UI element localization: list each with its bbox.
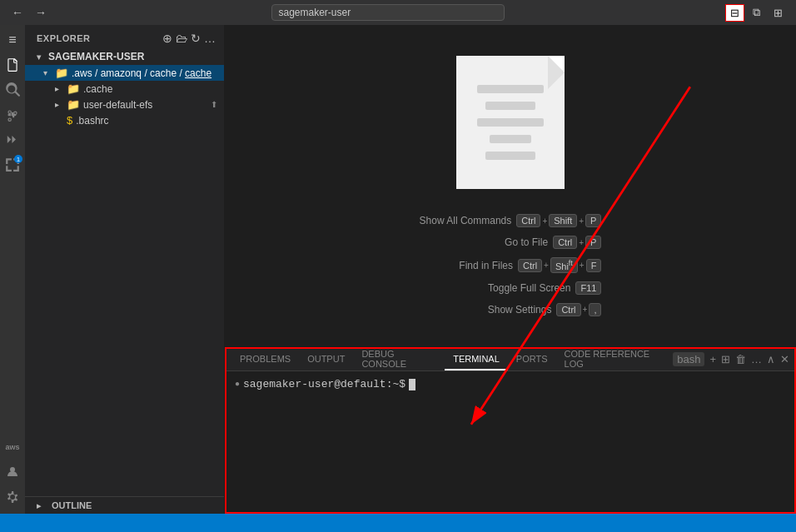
- delete-terminal-icon[interactable]: 🗑: [735, 353, 746, 365]
- shortcut-label-fullscreen: Toggle Full Screen: [488, 282, 570, 294]
- terminal-line-1: ● sagemaker-user@default:~$: [235, 378, 786, 390]
- shortcut-label-find: Find in Files: [459, 260, 513, 271]
- nav-forward-button[interactable]: →: [32, 4, 50, 21]
- layout-button[interactable]: ⊟: [725, 4, 744, 22]
- tree-root[interactable]: ▾ SAGEMAKER-USER: [25, 48, 224, 65]
- shortcut-settings: Show Settings Ctrl + ,: [488, 303, 602, 316]
- shortcut-goto-file: Go to File Ctrl + P: [505, 236, 601, 249]
- title-bar: ← → ⊟ ⧉ ⊞: [0, 0, 796, 25]
- panel-actions: bash + ⊞ 🗑 … ∧ ✕: [673, 352, 789, 366]
- tab-output[interactable]: OUTPUT: [299, 348, 353, 370]
- shortcut-label-settings: Show Settings: [488, 304, 552, 316]
- tab-ports[interactable]: PORTS: [508, 348, 556, 370]
- terminal-dot: ●: [235, 380, 240, 389]
- activity-bar-bottom: aws: [1, 435, 24, 514]
- run-debug-icon[interactable]: [1, 128, 24, 152]
- nav-back-button[interactable]: ←: [8, 4, 27, 21]
- terminal-prompt: sagemaker-user@default:~$: [243, 378, 405, 390]
- panel-area: PROBLEMS OUTPUT DEBUG CONSOLE TERMINAL P…: [225, 347, 796, 514]
- tree-item-user-default[interactable]: ▸ 📁 user-default-efs ⬆: [25, 97, 224, 112]
- panel-tabs: PROBLEMS OUTPUT DEBUG CONSOLE TERMINAL P…: [225, 348, 796, 371]
- account-icon[interactable]: [1, 460, 24, 484]
- notification-badge: 1: [14, 155, 22, 163]
- shortcut-fullscreen: Toggle Full Screen F11: [488, 281, 601, 295]
- new-terminal-icon[interactable]: +: [709, 353, 716, 365]
- shortcut-show-all: Show All Commands Ctrl + Shift + P: [420, 214, 602, 227]
- collapse-icon[interactable]: …: [204, 32, 216, 45]
- shortcut-label-goto: Go to File: [505, 236, 548, 248]
- shortcut-keys-show-all: Ctrl + Shift + P: [516, 214, 601, 227]
- tree-item-label-cache: .cache: [83, 83, 112, 95]
- shortcut-label-show-all: Show All Commands: [420, 215, 512, 226]
- doc-line-1: [477, 85, 544, 93]
- terminal-content[interactable]: ● sagemaker-user@default:~$: [225, 371, 796, 514]
- main-area: ≡ 1 aws EXPLORER: [0, 25, 796, 514]
- file-tree: ▾ SAGEMAKER-USER ▾ 📁 .aws / amazonq / ca…: [25, 48, 224, 496]
- outline-label: OUTLINE: [52, 500, 92, 510]
- shortcuts-list: Show All Commands Ctrl + Shift + P Go to…: [420, 214, 602, 316]
- tree-item-action-icon: ⬆: [211, 100, 217, 109]
- close-panel-icon[interactable]: ✕: [780, 353, 789, 365]
- search-icon[interactable]: [1, 78, 24, 102]
- title-bar-search-input[interactable]: [271, 4, 505, 21]
- split-terminal-icon[interactable]: ⊞: [721, 353, 730, 365]
- maximize-panel-icon[interactable]: ∧: [767, 353, 775, 365]
- shortcut-find-files: Find in Files Ctrl + Shift + F: [459, 257, 601, 273]
- tree-item-bashrc[interactable]: ▸ $ .bashrc: [25, 112, 224, 128]
- menu-icon[interactable]: ≡: [1, 28, 24, 52]
- doc-line-5: [485, 152, 535, 160]
- more-actions-icon[interactable]: …: [751, 353, 762, 365]
- tab-debug-console[interactable]: DEBUG CONSOLE: [353, 348, 445, 370]
- doc-line-4: [490, 135, 531, 143]
- title-bar-nav: ← →: [8, 4, 50, 21]
- activity-bar: ≡ 1 aws: [0, 25, 25, 514]
- shortcut-keys-find: Ctrl + Shift + F: [518, 257, 601, 273]
- tree-item-cache[interactable]: ▸ 📁 .cache: [25, 81, 224, 97]
- editor-area: Show All Commands Ctrl + Shift + P Go to…: [225, 25, 796, 514]
- sidebar-header-actions: ⊕ 🗁 ↻ …: [162, 32, 216, 45]
- tree-root-label: SAGEMAKER-USER: [48, 51, 144, 62]
- new-file-icon[interactable]: ⊕: [162, 32, 172, 45]
- tree-item-aws-path[interactable]: ▾ 📁 .aws / amazonq / cache / cache: [25, 65, 224, 81]
- shortcut-keys-settings: Ctrl + ,: [556, 303, 601, 316]
- aws-label[interactable]: aws: [1, 435, 24, 459]
- outline-section[interactable]: ▸ OUTLINE: [25, 496, 224, 514]
- terminal-cursor: [409, 379, 415, 390]
- tree-item-label-aws: .aws / amazonq / cache / cache: [72, 67, 211, 79]
- status-bar: [0, 514, 796, 532]
- shortcut-keys-fullscreen: F11: [575, 281, 601, 295]
- shortcut-keys-goto: Ctrl + P: [553, 236, 601, 249]
- doc-line-3: [477, 118, 544, 127]
- new-folder-icon[interactable]: 🗁: [176, 32, 187, 45]
- doc-placeholder-icon: [456, 56, 565, 189]
- split-editor-button[interactable]: ⧉: [748, 3, 765, 22]
- tab-code-reference-log[interactable]: CODE REFERENCE LOG: [556, 348, 674, 370]
- settings-icon[interactable]: [1, 485, 24, 509]
- customize-layout-button[interactable]: ⊞: [769, 4, 788, 22]
- source-control-icon[interactable]: [1, 103, 24, 127]
- doc-line-2: [485, 102, 535, 110]
- sidebar: EXPLORER ⊕ 🗁 ↻ … ▾ SAGEMAKER-USER ▾ 📁 .a…: [25, 25, 225, 514]
- sidebar-header: EXPLORER ⊕ 🗁 ↻ …: [25, 25, 224, 48]
- welcome-area: Show All Commands Ctrl + Shift + P Go to…: [225, 25, 796, 347]
- tab-problems[interactable]: PROBLEMS: [231, 348, 299, 370]
- bash-label: bash: [673, 352, 704, 366]
- title-bar-actions: ⊟ ⧉ ⊞: [725, 3, 788, 22]
- explorer-title: EXPLORER: [37, 33, 91, 43]
- tree-item-label-user-default: user-default-efs: [83, 99, 152, 111]
- title-bar-search-container: [271, 4, 505, 21]
- refresh-icon[interactable]: ↻: [191, 32, 201, 45]
- explorer-icon[interactable]: [1, 53, 24, 77]
- extensions-icon[interactable]: 1: [1, 153, 24, 177]
- tree-item-label-bashrc: .bashrc: [76, 115, 108, 127]
- tab-terminal[interactable]: TERMINAL: [445, 348, 508, 370]
